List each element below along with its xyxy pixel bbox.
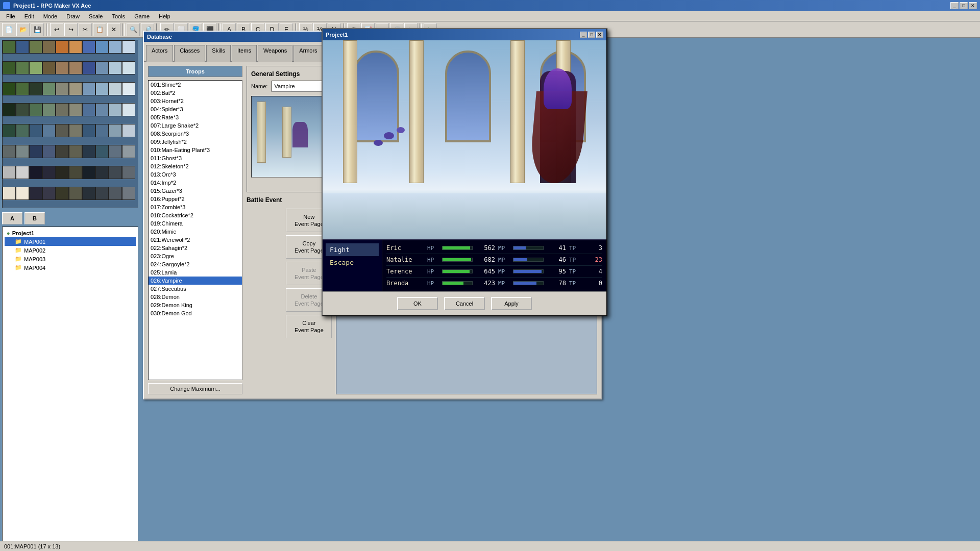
tile[interactable] xyxy=(29,187,42,200)
toolbar-zoom-in[interactable]: 🔍 xyxy=(127,23,140,36)
toolbar-redo[interactable]: ↪ xyxy=(64,23,78,36)
tile[interactable] xyxy=(42,145,56,158)
close-button[interactable]: ✕ xyxy=(969,2,977,9)
toolbar-new[interactable]: 📄 xyxy=(2,23,15,36)
tile[interactable] xyxy=(3,166,16,179)
troop-item[interactable]: 022:Sahagin*2 xyxy=(149,244,242,252)
ok-button[interactable]: OK xyxy=(397,297,438,310)
tile[interactable] xyxy=(42,166,56,179)
tab-weapons[interactable]: Weapons xyxy=(258,45,292,62)
tile[interactable] xyxy=(3,82,16,95)
tile[interactable] xyxy=(29,61,42,74)
troop-item[interactable]: 008:Scorpion*3 xyxy=(149,130,242,138)
troop-item[interactable]: 004:Spider*3 xyxy=(149,105,242,113)
tile[interactable] xyxy=(109,124,122,137)
troop-item[interactable]: 024:Gargoyle*2 xyxy=(149,260,242,268)
menu-draw[interactable]: Draw xyxy=(62,12,84,20)
tile[interactable] xyxy=(42,124,56,137)
tile[interactable] xyxy=(16,166,29,179)
minimize-button[interactable]: _ xyxy=(950,2,959,9)
toolbar-delete[interactable]: ✕ xyxy=(107,23,120,36)
tile[interactable] xyxy=(95,103,109,116)
toolbar-copy[interactable]: 📋 xyxy=(93,23,106,36)
troop-item[interactable]: 007:Large Snake*2 xyxy=(149,121,242,130)
tile[interactable] xyxy=(29,40,42,54)
tile[interactable] xyxy=(69,61,82,74)
troop-item[interactable]: 013:Orc*3 xyxy=(149,170,242,179)
tile[interactable] xyxy=(56,40,69,54)
tile[interactable] xyxy=(69,82,82,95)
tile[interactable] xyxy=(29,82,42,95)
battle-cmd-escape[interactable]: Escape xyxy=(326,256,379,269)
cancel-button[interactable]: Cancel xyxy=(444,297,485,310)
tile[interactable] xyxy=(82,61,95,74)
menu-game[interactable]: Game xyxy=(130,12,154,20)
tile[interactable] xyxy=(16,187,29,200)
menu-help[interactable]: Help xyxy=(155,12,175,20)
troop-item[interactable]: 001:Slime*2 xyxy=(149,81,242,89)
troop-item[interactable]: 023:Ogre xyxy=(149,252,242,260)
tile[interactable] xyxy=(56,82,69,95)
troop-item[interactable]: 015:Gazer*3 xyxy=(149,187,242,195)
tile[interactable] xyxy=(29,145,42,158)
tile[interactable] xyxy=(122,40,135,54)
tile[interactable] xyxy=(109,145,122,158)
troop-item[interactable]: 019:Chimera xyxy=(149,219,242,228)
tile[interactable] xyxy=(42,40,56,54)
tile[interactable] xyxy=(95,124,109,137)
tile[interactable] xyxy=(56,61,69,74)
tile[interactable] xyxy=(82,82,95,95)
tile[interactable] xyxy=(3,145,16,158)
tile[interactable] xyxy=(95,166,109,179)
tree-map-001[interactable]: 📁 MAP001 xyxy=(5,237,136,246)
tile[interactable] xyxy=(69,124,82,137)
tile[interactable] xyxy=(95,145,109,158)
apply-button[interactable]: Apply xyxy=(491,297,532,310)
popup-minimize-button[interactable]: _ xyxy=(580,32,587,38)
tile[interactable] xyxy=(29,103,42,116)
tile[interactable] xyxy=(69,145,82,158)
tile[interactable] xyxy=(29,124,42,137)
menu-edit[interactable]: Edit xyxy=(20,12,38,20)
tile[interactable] xyxy=(122,166,135,179)
tree-project[interactable]: ● Project1 xyxy=(5,229,136,237)
tile[interactable] xyxy=(16,103,29,116)
troop-item[interactable]: 011:Ghost*3 xyxy=(149,154,242,162)
tile[interactable] xyxy=(3,103,16,116)
tab-classes[interactable]: Classes xyxy=(174,45,205,62)
tile[interactable] xyxy=(82,187,95,200)
tile[interactable] xyxy=(16,40,29,54)
menu-mode[interactable]: Mode xyxy=(39,12,62,20)
tileset-area[interactable] xyxy=(2,40,138,208)
popup-restore-button[interactable]: □ xyxy=(588,32,595,38)
troop-item[interactable]: 002:Bat*2 xyxy=(149,89,242,97)
tile[interactable] xyxy=(42,103,56,116)
tile[interactable] xyxy=(3,40,16,54)
tile[interactable] xyxy=(56,166,69,179)
tab-armors[interactable]: Armors xyxy=(293,45,323,62)
tile[interactable] xyxy=(16,124,29,137)
tile[interactable] xyxy=(56,124,69,137)
tree-map-004[interactable]: 📁 MAP004 xyxy=(5,263,136,272)
toolbar-save[interactable]: 💾 xyxy=(31,23,44,36)
tile[interactable] xyxy=(122,187,135,200)
tree-map-003[interactable]: 📁 MAP003 xyxy=(5,255,136,263)
tile[interactable] xyxy=(82,145,95,158)
tile[interactable] xyxy=(122,61,135,74)
menu-scale[interactable]: Scale xyxy=(85,12,107,20)
troop-item[interactable]: 005:Rate*3 xyxy=(149,113,242,121)
tile[interactable] xyxy=(16,61,29,74)
tile[interactable] xyxy=(3,187,16,200)
maximize-button[interactable]: □ xyxy=(960,2,968,9)
tile[interactable] xyxy=(82,124,95,137)
tile[interactable] xyxy=(56,187,69,200)
tile[interactable] xyxy=(122,145,135,158)
battle-cmd-fight[interactable]: Fight xyxy=(326,243,379,256)
tile[interactable] xyxy=(122,103,135,116)
tile[interactable] xyxy=(69,187,82,200)
troop-list[interactable]: 001:Slime*2 002:Bat*2 003:Hornet*2 004:S… xyxy=(148,80,242,380)
menu-tools[interactable]: Tools xyxy=(108,12,129,20)
tile[interactable] xyxy=(56,145,69,158)
troop-item[interactable]: 017:Zombie*3 xyxy=(149,203,242,211)
tile[interactable] xyxy=(56,103,69,116)
